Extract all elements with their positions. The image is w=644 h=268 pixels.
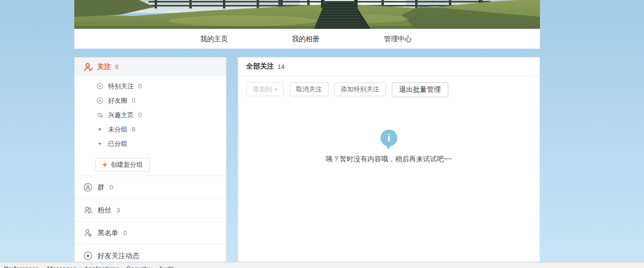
- heart-plus-icon: [96, 111, 104, 119]
- item-label: 好友关注动态: [98, 252, 139, 261]
- add-special-follow-button[interactable]: 添加特别关注: [334, 82, 386, 96]
- add-to-dropdown-button[interactable]: 添加到 ▾: [246, 82, 284, 96]
- page-title-count: 14: [277, 63, 284, 70]
- exit-batch-management-label: 退出批量管理: [399, 85, 441, 94]
- tab-my-albums[interactable]: 我的相册: [292, 29, 320, 49]
- sidebar-item-special-follow[interactable]: 特别关注 0: [75, 79, 226, 93]
- item-label: 好友圈: [108, 96, 127, 105]
- item-count: 0: [138, 111, 142, 119]
- menu-item-audit[interactable]: Audit: [159, 265, 173, 268]
- background-window-menubar: Preferences Messages Applications Securi…: [0, 262, 644, 268]
- exit-batch-management-button[interactable]: 退出批量管理: [392, 82, 448, 97]
- sidebar-item-grouped[interactable]: 已分组: [75, 136, 226, 151]
- tab-my-homepage[interactable]: 我的主页: [200, 29, 228, 49]
- tab-management-center[interactable]: 管理中心: [384, 29, 412, 49]
- create-group-label: 创建新分组: [110, 160, 143, 169]
- menu-item-preferences[interactable]: Preferences: [4, 265, 39, 268]
- heart-circle-icon: [96, 97, 104, 104]
- sidebar-following-count: 8: [115, 63, 118, 70]
- person-check-icon: [83, 62, 93, 72]
- target-icon: [96, 82, 104, 90]
- person-block-icon: [83, 228, 93, 238]
- item-label: 群: [98, 183, 105, 192]
- fans-icon: [83, 205, 93, 215]
- add-to-label: 添加到: [253, 85, 272, 94]
- item-count: 8: [132, 126, 135, 133]
- item-count: 0: [109, 184, 113, 191]
- sidebar-item-friend-circle[interactable]: 好友圈 0: [75, 93, 226, 108]
- item-label: 黑名单: [98, 229, 118, 238]
- top-navbar: 我的主页 我的相册 管理中心: [74, 29, 540, 49]
- add-special-follow-label: 添加特别关注: [341, 85, 379, 94]
- info-bubble-icon: i: [380, 130, 397, 146]
- menu-item-messages[interactable]: Messages: [47, 265, 76, 268]
- banner-art: [74, 0, 540, 29]
- feed-icon: [83, 251, 93, 261]
- caret-down-icon: [96, 140, 104, 147]
- page-title: 全部关注: [246, 62, 274, 71]
- item-label: 粉丝: [98, 206, 111, 215]
- sidebar-following-label: 关注: [97, 63, 111, 71]
- sidebar-item-following[interactable]: 关注 8: [75, 58, 226, 76]
- create-group-button[interactable]: + 创建新分组: [96, 158, 150, 172]
- banner-photo: [74, 0, 540, 29]
- plus-icon: +: [103, 161, 107, 169]
- group-icon: [83, 183, 93, 192]
- sidebar-item-groups[interactable]: 群 0: [75, 176, 226, 199]
- menu-item-applications[interactable]: Applications: [84, 265, 119, 268]
- item-label: 已分组: [108, 139, 127, 148]
- empty-state-message: 咦？暂时没有内容哦，稍后再来试试吧~~: [238, 155, 539, 164]
- item-count: 0: [123, 229, 127, 237]
- sidebar-item-fans[interactable]: 粉丝 3: [75, 199, 226, 221]
- main-panel: 全部关注 14 添加到 ▾ 取消关注 添加特别关注 退出批量管理 i 咦？暂时没…: [238, 57, 540, 262]
- dot-icon: [96, 126, 104, 133]
- empty-state: i 咦？暂时没有内容哦，稍后再来试试吧~~: [238, 130, 539, 164]
- item-count: 0: [132, 97, 135, 104]
- sidebar-sections: 群 0 粉丝 3: [75, 176, 226, 267]
- item-label: 特别关注: [108, 82, 134, 91]
- sidebar-item-interest-pages[interactable]: 兴趣主页 0: [75, 108, 226, 122]
- sidebar-item-ungrouped[interactable]: 未分组 8: [75, 122, 226, 136]
- main-header: 全部关注 14: [238, 58, 539, 76]
- item-count: 3: [116, 206, 120, 214]
- item-count: 0: [138, 82, 142, 90]
- caret-down-icon: ▾: [275, 87, 277, 92]
- menu-item-security[interactable]: Security: [126, 265, 150, 268]
- follow-sub-list: 特别关注 0 好友圈 0 兴趣主页 0 未分组 8: [75, 76, 226, 151]
- sidebar-item-blacklist[interactable]: 黑名单 0: [75, 221, 226, 244]
- item-label: 未分组: [108, 125, 127, 134]
- unfollow-button[interactable]: 取消关注: [290, 82, 328, 96]
- item-label: 兴趣主页: [108, 111, 134, 120]
- unfollow-label: 取消关注: [296, 85, 322, 94]
- sidebar: 关注 8 特别关注 0 好友圈 0 兴趣主页 0: [74, 57, 226, 262]
- batch-toolbar: 添加到 ▾ 取消关注 添加特别关注 退出批量管理: [238, 76, 539, 97]
